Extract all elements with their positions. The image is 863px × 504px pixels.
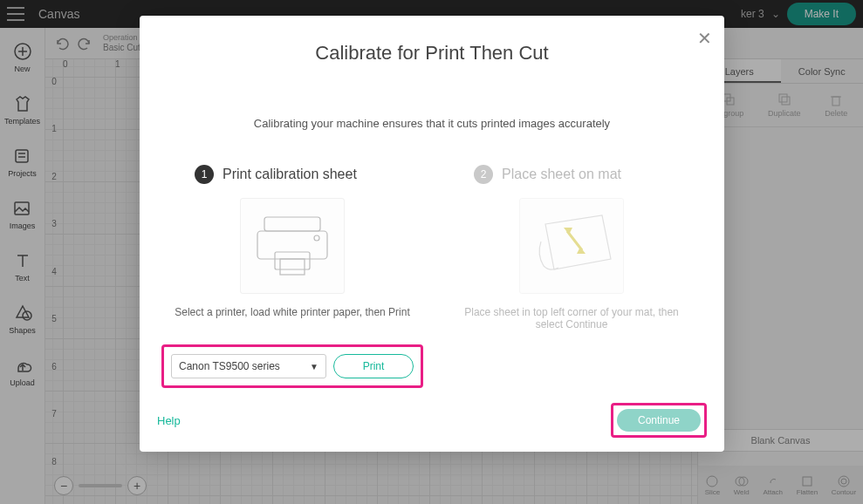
svg-line-30 (567, 231, 582, 250)
close-button[interactable]: ✕ (697, 28, 712, 49)
svg-marker-29 (545, 215, 611, 269)
step-1-desc: Select a printer, load white printer pap… (175, 306, 410, 330)
chevron-down-icon: ▼ (310, 362, 318, 371)
continue-highlight: Continue (611, 403, 707, 438)
mat-icon (528, 207, 615, 285)
svg-point-28 (314, 235, 319, 241)
step-1-title: Print calibration sheet (223, 167, 357, 182)
svg-rect-24 (264, 217, 320, 231)
print-button[interactable]: Print (333, 354, 414, 378)
mat-illustration (519, 198, 624, 294)
printer-illustration (240, 198, 345, 294)
step-2: 2 Place sheet on mat Place sheet in top … (449, 165, 694, 388)
step-2-desc: Place sheet in top left corner of your m… (449, 306, 694, 330)
calibrate-modal: ✕ Calibrate for Print Then Cut Calibrati… (140, 16, 724, 452)
close-icon: ✕ (697, 29, 712, 48)
step-1-badge: 1 (195, 165, 214, 184)
continue-button[interactable]: Continue (617, 409, 701, 432)
printer-icon (249, 207, 336, 285)
step-2-badge: 2 (474, 165, 493, 184)
step-2-title: Place sheet on mat (502, 167, 621, 182)
svg-rect-27 (280, 259, 305, 275)
printer-selected-value: Canon TS9500 series (179, 360, 280, 372)
printer-row-highlight: Canon TS9500 series ▼ Print (161, 344, 423, 388)
step-1: 1 Print calibration sheet Select a print… (170, 165, 414, 388)
help-link[interactable]: Help (157, 414, 181, 427)
printer-dropdown[interactable]: Canon TS9500 series ▼ (171, 354, 326, 378)
modal-title: Calibrate for Print Then Cut (166, 42, 698, 65)
modal-subtitle: Calibrating your machine ensures that it… (166, 117, 698, 130)
